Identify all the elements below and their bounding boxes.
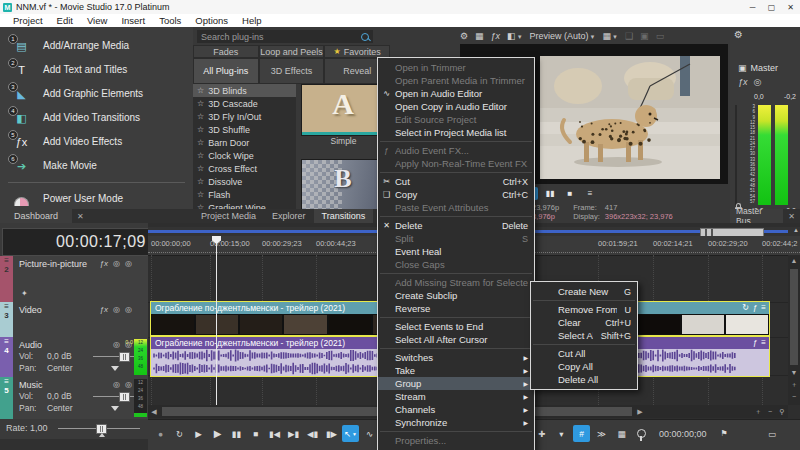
menubar-item-options[interactable]: Options — [188, 15, 235, 26]
track-grip-icon[interactable]: ≡ — [4, 377, 9, 386]
menu-item-split[interactable]: SplitS — [378, 232, 534, 245]
menu-item-edit-source-project[interactable]: Edit Source Project — [378, 113, 534, 126]
volume-slider-handle[interactable] — [119, 352, 130, 362]
menu-item-clear[interactable]: ClearCtrl+U — [531, 316, 637, 329]
envelope-tool-button[interactable]: ∿ — [361, 425, 378, 442]
preview-stop-button[interactable]: ■ — [563, 187, 578, 200]
preview-settings-gear-icon[interactable]: ⚙ — [460, 31, 468, 41]
menubar-item-view[interactable]: View — [80, 15, 114, 26]
track-solo-button[interactable]: ◎ — [125, 380, 132, 389]
favorite-star-icon[interactable]: ☆ — [197, 138, 204, 147]
preview-menu-icon[interactable]: ≡ — [583, 187, 598, 200]
menu-item-create-subclip[interactable]: Create Subclip — [378, 289, 534, 302]
plugin-item-3d-cascade[interactable]: ☆3D Cascade — [193, 97, 296, 110]
sidebar-item-add-video-transitions[interactable]: 4◧Add Video Transitions — [0, 105, 193, 129]
loop-region-icon[interactable]: ▭ — [764, 425, 781, 442]
play-button[interactable]: ▶ — [209, 425, 226, 442]
track-mute-button[interactable]: ◎ — [113, 305, 120, 314]
next-frame-button[interactable]: ▮▶ — [323, 425, 340, 442]
menu-item-stream[interactable]: Stream▶ — [378, 390, 534, 403]
favorite-star-icon[interactable]: ☆ — [197, 99, 204, 108]
menu-item-open-in-trimmer[interactable]: Open in Trimmer — [378, 61, 534, 74]
sidebar-item-add-arrange-media[interactable]: 1▤Add/Arrange Media — [0, 33, 193, 57]
menu-item-synchronize[interactable]: Synchronize▶ — [378, 416, 534, 429]
favorite-star-icon[interactable]: ☆ — [197, 190, 204, 199]
pan-slider-handle[interactable] — [111, 406, 119, 411]
track-fx-button[interactable]: ƒx — [100, 305, 108, 314]
pause-button[interactable]: ▮▮ — [228, 425, 245, 442]
plugin-item-gradient-wipe[interactable]: ☆Gradient Wipe — [193, 201, 296, 209]
pan-slider-handle[interactable] — [111, 366, 119, 371]
favorite-star-icon[interactable]: ☆ — [197, 164, 204, 173]
menu-item-open-copy-in-audio-editor[interactable]: Open Copy in Audio Editor — [378, 100, 534, 113]
master-volume-fader[interactable] — [735, 105, 737, 205]
keyframe-icon[interactable]: ✦ — [21, 289, 28, 298]
menu-item-switches[interactable]: Switches▶ — [378, 351, 534, 364]
menu-item-group[interactable]: Group▶ — [378, 377, 534, 390]
track-header-picture-in-picture[interactable]: ≡2Picture-in-pictureƒx◎◎✦ — [0, 256, 148, 303]
menu-item-select-all-after-cursor[interactable]: Select All After Cursor — [378, 333, 534, 346]
tab-fades[interactable]: Fades — [193, 45, 259, 58]
master-settings-gear-icon[interactable]: ⚙ — [734, 29, 743, 40]
go-to-end-button[interactable]: ▶▮ — [285, 425, 302, 442]
tab-dashboard[interactable]: Dashboard — [0, 209, 72, 223]
menu-item-channels[interactable]: Channels▶ — [378, 403, 534, 416]
menubar-item-tools[interactable]: Tools — [152, 15, 188, 26]
track-mute-button[interactable]: ◎ — [113, 380, 120, 389]
split-screen-view-icon[interactable]: ◧▼ — [507, 31, 522, 41]
menubar-item-help[interactable]: Help — [235, 15, 269, 26]
plugin-item-barn-door[interactable]: ☆Barn Door — [193, 136, 296, 149]
menu-item-close-gaps[interactable]: Close Gaps — [378, 258, 534, 271]
menu-item-copy[interactable]: ❑CopyCtrl+C — [378, 188, 534, 201]
menu-item-select-events-to-end[interactable]: Select Events to End — [378, 320, 534, 333]
tool-dropdown-button[interactable]: ▾ — [553, 425, 570, 442]
external-monitor-icon[interactable]: ▭ — [656, 31, 665, 41]
maximize-button[interactable]: ▢ — [762, 0, 781, 14]
plugin-item-3d-shuffle[interactable]: ☆3D Shuffle — [193, 123, 296, 136]
menu-item-copy-all[interactable]: Copy All — [531, 360, 637, 373]
volume-slider-handle[interactable] — [119, 392, 130, 402]
sidebar-item-make-movie[interactable]: 6➔Make Movie — [0, 153, 193, 177]
track-header-music[interactable]: ≡5Music◎◎Vol:0,0 dBPan:Center12243648 — [0, 377, 148, 420]
plugin-search-input[interactable]: Search plug-ins — [197, 30, 373, 43]
plugin-item-3d-fly-in-out[interactable]: ☆3D Fly In/Out — [193, 110, 296, 123]
sidebar-item-add-text-and-titles[interactable]: 2TAdd Text and Titles — [0, 57, 193, 81]
plugin-item-3d-blinds[interactable]: ☆3D Blinds — [193, 84, 296, 97]
menu-item-remove-from[interactable]: Remove FromU — [531, 303, 637, 316]
master-mute-icon[interactable]: ◎ — [754, 77, 762, 87]
tab-all-plug-ins[interactable]: All Plug-ins — [193, 58, 259, 84]
record-button[interactable]: ● — [152, 425, 169, 442]
plugin-item-cross-effect[interactable]: ☆Cross Effect — [193, 162, 296, 175]
transition-preview-left-to-right[interactable]: B — [301, 159, 385, 209]
edit-tool-button[interactable]: ↖▼ — [342, 425, 359, 442]
menu-item-open-parent-media-in-trimmer[interactable]: Open Parent Media in Trimmer — [378, 74, 534, 87]
flag-icon[interactable]: ⚑ — [716, 425, 733, 442]
tab-master-bus[interactable]: Master Bus — [730, 209, 783, 223]
play-from-start-button[interactable]: ▶ — [190, 425, 207, 442]
tab-transitions[interactable]: Transitions — [314, 209, 374, 223]
track-solo-button[interactable]: ◎ — [125, 259, 132, 268]
menu-item-select-all[interactable]: Select AllShift+G — [531, 329, 637, 342]
menu-item-add-missing-stream-for-selected-event[interactable]: Add Missing Stream for Selected Event — [378, 276, 534, 289]
favorite-star-icon[interactable]: ☆ — [197, 177, 204, 186]
tab-3d-effects[interactable]: 3D Effects — [259, 58, 325, 84]
close-button[interactable]: ✕ — [781, 0, 800, 14]
menu-item-audio-event-fx[interactable]: ƒAudio Event FX... — [378, 144, 534, 157]
auto-ripple-button[interactable]: ≫ — [593, 425, 610, 442]
previous-frame-button[interactable]: ◀▮ — [304, 425, 321, 442]
menubar-item-edit[interactable]: Edit — [50, 15, 80, 26]
menu-item-take[interactable]: Take▶ — [378, 364, 534, 377]
transport-timecode[interactable]: 00:00:00;00 — [659, 429, 707, 439]
event-fx-icon[interactable]: ƒ — [753, 302, 757, 314]
track-mute-button[interactable]: ◎ — [113, 340, 120, 349]
copy-snapshot-icon[interactable]: ❑ — [625, 31, 633, 41]
track-fx-button[interactable]: ƒx — [100, 259, 108, 268]
minimize-button[interactable]: ─ — [743, 0, 762, 14]
track-grip-icon[interactable]: ≡ — [4, 337, 9, 346]
loop-playback-button[interactable]: ↻ — [171, 425, 188, 442]
sidebar-item-add-graphic-elements[interactable]: 3◣Add Graphic Elements — [0, 81, 193, 105]
close-dashboard-icon[interactable]: ✕ — [72, 212, 89, 221]
menu-item-cut-all[interactable]: Cut All — [531, 347, 637, 360]
stop-button[interactable]: ■ — [247, 425, 264, 442]
playback-cursor[interactable] — [216, 236, 217, 405]
